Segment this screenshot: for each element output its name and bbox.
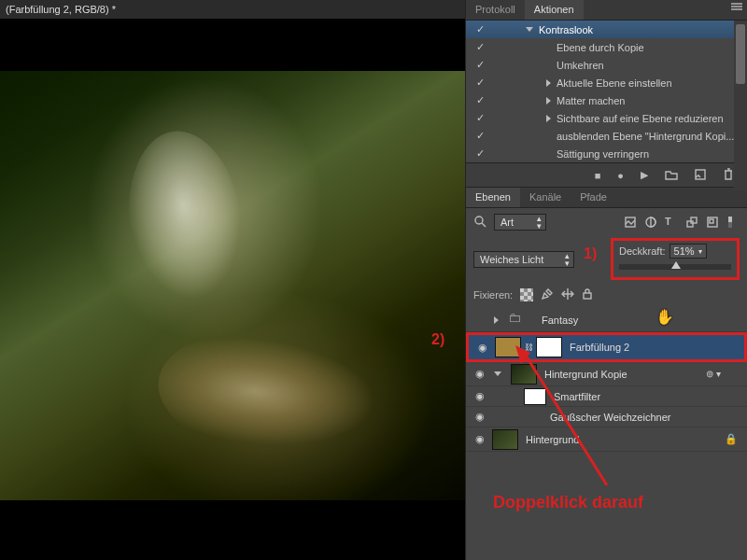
- action-check-icon[interactable]: ✓: [472, 77, 488, 89]
- opacity-slider[interactable]: [619, 264, 731, 270]
- annotation-2: 2): [431, 331, 444, 348]
- layer-name[interactable]: Hintergrund Kopie: [544, 369, 627, 380]
- document-tab[interactable]: (Farbfüllung 2, RGB/8) *: [6, 4, 116, 15]
- action-label: Sättigung verringern: [557, 148, 649, 160]
- annotation-1: 1): [584, 245, 597, 262]
- visibility-icon[interactable]: ◉: [472, 368, 488, 380]
- filter-search-icon[interactable]: [473, 215, 486, 230]
- action-label: Kontraslook: [539, 24, 593, 35]
- visibility-icon[interactable]: ◉: [472, 433, 488, 445]
- stop-icon[interactable]: ■: [595, 170, 601, 181]
- actions-toolbar: ■ ● ▶: [466, 162, 747, 187]
- action-check-icon[interactable]: ✓: [472, 59, 488, 71]
- svg-rect-3: [696, 170, 705, 179]
- action-label: Matter machen: [557, 95, 625, 106]
- cursor-icon: ✋: [655, 308, 674, 326]
- mask-thumbnail[interactable]: [536, 337, 562, 357]
- layer-filter-dropdown[interactable]: Art ▴▾: [494, 214, 546, 231]
- scrollbar[interactable]: [734, 21, 747, 190]
- svg-rect-14: [584, 293, 591, 299]
- lock-icon: 🔒: [725, 433, 738, 445]
- action-check-icon[interactable]: ✓: [472, 130, 488, 142]
- blend-mode-value: Weiches Licht: [480, 254, 543, 265]
- layer-filter-value: Art: [500, 217, 514, 228]
- layer-row[interactable]: ◉Smartfilter: [466, 386, 747, 407]
- tab-kanaele[interactable]: Kanäle: [520, 188, 571, 207]
- action-label: Sichtbare auf eine Ebene reduzieren: [557, 113, 724, 124]
- lock-transparency-icon[interactable]: [520, 288, 533, 301]
- fill-thumbnail[interactable]: [495, 337, 521, 357]
- tab-aktionen[interactable]: Aktionen: [525, 0, 584, 20]
- filter-adjust-icon[interactable]: [644, 216, 657, 229]
- opacity-control: Deckkraft: 51% ▾: [611, 238, 740, 280]
- visibility-icon[interactable]: ◉: [472, 411, 488, 423]
- lock-label: Fixieren:: [473, 289, 513, 301]
- action-check-icon[interactable]: ✓: [472, 94, 488, 106]
- action-label: Ebene durch Kopie: [557, 42, 644, 53]
- tab-pfade[interactable]: Pfade: [571, 188, 616, 207]
- layer-row[interactable]: 🗀Fantasy: [466, 308, 747, 332]
- lock-all-icon[interactable]: [582, 287, 593, 302]
- canvas-area[interactable]: [0, 19, 465, 560]
- layer-name[interactable]: Gaußscher Weichzeichner: [550, 412, 670, 423]
- action-row[interactable]: ✓ausblenden Ebene "Hintergrund Kopi...: [466, 127, 747, 145]
- smart-thumbnail[interactable]: [511, 364, 537, 385]
- tab-ebenen[interactable]: Ebenen: [466, 188, 520, 207]
- svg-rect-11: [710, 219, 713, 223]
- action-row[interactable]: ✓Sichtbare auf eine Ebene reduzieren: [466, 109, 747, 127]
- layer-thumbnail[interactable]: [492, 429, 518, 450]
- actions-list[interactable]: ✓Kontraslook✓Ebene durch Kopie✓Umkehren✓…: [466, 21, 747, 162]
- link-icon[interactable]: ⛓: [525, 343, 532, 352]
- svg-line-5: [482, 223, 486, 227]
- layer-name[interactable]: Farbfüllung 2: [570, 342, 629, 353]
- action-row[interactable]: ✓Kontraslook: [466, 21, 747, 38]
- lock-paint-icon[interactable]: [541, 287, 554, 302]
- layer-name[interactable]: Smartfilter: [554, 391, 600, 402]
- visibility-icon[interactable]: ◉: [474, 342, 491, 354]
- layer-row[interactable]: ◉⛓Farbfüllung 2: [466, 332, 747, 362]
- play-icon[interactable]: ▶: [641, 169, 648, 181]
- action-row[interactable]: ✓Matter machen: [466, 91, 747, 109]
- slider-knob[interactable]: [671, 261, 681, 269]
- record-icon[interactable]: ●: [617, 170, 624, 181]
- svg-rect-8: [687, 221, 693, 227]
- action-row[interactable]: ✓Umkehren: [466, 56, 747, 74]
- folder-icon: 🗀: [508, 310, 534, 330]
- action-row[interactable]: ✓Aktuelle Ebene einstellen: [466, 74, 747, 91]
- tab-protokoll[interactable]: Protokoll: [466, 0, 525, 20]
- action-label: Umkehren: [557, 60, 604, 71]
- filter-mask-thumbnail[interactable]: [524, 388, 546, 405]
- action-label: Aktuelle Ebene einstellen: [557, 77, 672, 89]
- layer-row[interactable]: ◉Gaußscher Weichzeichner: [466, 407, 747, 427]
- layer-row[interactable]: ◉Hintergrund Kopie⊚ ▾: [466, 362, 747, 386]
- visibility-icon[interactable]: ◉: [472, 390, 488, 402]
- opacity-value[interactable]: 51% ▾: [669, 244, 707, 259]
- action-check-icon[interactable]: ✓: [472, 23, 488, 35]
- opacity-label: Deckkraft:: [619, 245, 666, 257]
- blend-mode-dropdown[interactable]: Weiches Licht ▴▾: [473, 251, 574, 268]
- action-check-icon[interactable]: ✓: [472, 41, 488, 53]
- layer-row[interactable]: ◉Hintergrund🔒: [466, 427, 747, 452]
- action-row[interactable]: ✓Ebene durch Kopie: [466, 38, 747, 56]
- filter-shape-icon[interactable]: [685, 216, 698, 229]
- scrollbar-thumb[interactable]: [736, 24, 745, 84]
- layer-name[interactable]: Hintergrund: [526, 434, 579, 445]
- trash-icon[interactable]: [723, 168, 734, 183]
- new-item-icon[interactable]: [695, 169, 706, 182]
- expand-icon[interactable]: [494, 316, 499, 324]
- filter-smart-icon[interactable]: [706, 216, 719, 229]
- lock-position-icon[interactable]: [561, 287, 574, 302]
- fx-badge[interactable]: ⊚ ▾: [706, 369, 721, 379]
- filter-toggle-icon[interactable]: [726, 216, 740, 229]
- action-check-icon[interactable]: ✓: [472, 147, 488, 160]
- layer-name[interactable]: Fantasy: [542, 315, 578, 326]
- panel-menu-icon[interactable]: [730, 2, 743, 13]
- layers-tree[interactable]: 🗀Fantasy◉⛓Farbfüllung 2◉Hintergrund Kopi…: [466, 306, 747, 454]
- filter-pixel-icon[interactable]: [624, 216, 637, 229]
- expand-icon[interactable]: [494, 371, 501, 376]
- action-row[interactable]: ✓Sättigung verringern: [466, 145, 747, 162]
- filter-type-icon[interactable]: T: [665, 216, 678, 229]
- new-folder-icon[interactable]: [665, 169, 678, 182]
- action-check-icon[interactable]: ✓: [472, 112, 488, 124]
- action-label: ausblenden Ebene "Hintergrund Kopi...: [557, 131, 734, 142]
